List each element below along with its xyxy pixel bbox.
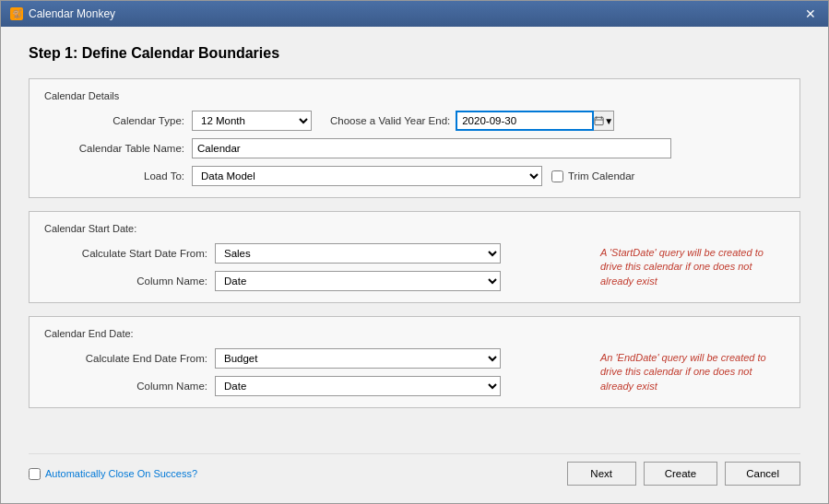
calc-start-label: Calculate Start Date From: [44,248,215,259]
load-to-row: Load To: Data Model Worksheet Trim Calen… [44,166,785,186]
auto-close-link[interactable]: Automatically Close On Success? [45,468,197,479]
close-button[interactable]: ✕ [802,6,819,22]
calc-end-label: Calculate End Date From: [44,353,215,364]
page-title: Step 1: Define Calendar Boundaries [29,45,800,62]
next-button[interactable]: Next [567,462,636,486]
window-title: Calendar Monkey [29,7,115,20]
calc-start-row: Calculate Start Date From: Sales Budget … [44,243,587,264]
trim-calendar-checkbox[interactable] [551,170,563,182]
table-name-row: Calendar Table Name: [44,138,785,158]
calendar-start-date-section: Calendar Start Date: Calculate Start Dat… [29,211,800,303]
start-col-name-select[interactable]: Date Month Year [215,271,501,291]
calendar-icon [594,115,604,126]
calendar-picker-button[interactable]: ▼ [594,111,614,131]
calendar-type-select[interactable]: 12 Month 4-4-5 4-5-4 5-4-4 [192,111,312,131]
end-hint-text: An 'EndDate' query will be created to dr… [600,351,785,393]
start-date-content: Calculate Start Date From: Sales Budget … [44,243,785,291]
end-col-name-label: Column Name: [44,381,215,392]
calc-start-select[interactable]: Sales Budget Actuals [215,243,501,264]
app-icon: 🐒 [10,7,23,20]
calendar-type-row: Calendar Type: 12 Month 4-4-5 4-5-4 5-4-… [44,111,785,131]
calendar-details-section: Calendar Details Calendar Type: 12 Month… [29,78,800,198]
trim-calendar-label: Trim Calendar [568,170,634,182]
footer-left: Automatically Close On Success? [29,468,197,480]
end-hint-col: An 'EndDate' query will be created to dr… [587,348,785,396]
cancel-button[interactable]: Cancel [725,462,800,486]
calendar-end-date-section: Calendar End Date: Calculate End Date Fr… [29,316,800,408]
create-button[interactable]: Create [644,462,718,486]
end-col-name-row: Column Name: Date Month Year [44,376,587,396]
load-to-select[interactable]: Data Model Worksheet [192,166,542,186]
end-date-fields: Calculate End Date From: Budget Sales Ac… [44,348,587,396]
table-name-input[interactable] [192,138,671,158]
main-window: 🐒 Calendar Monkey ✕ Step 1: Define Calen… [0,0,829,504]
main-content: Step 1: Define Calendar Boundaries Calen… [1,27,828,503]
year-end-input[interactable] [456,111,594,131]
year-end-group: Choose a Valid Year End: ▼ [330,111,614,131]
footer: Automatically Close On Success? Next Cre… [29,453,800,489]
load-to-label: Load To: [44,170,192,182]
end-date-content: Calculate End Date From: Budget Sales Ac… [44,348,785,396]
title-bar-left: 🐒 Calendar Monkey [10,7,115,20]
calendar-details-label: Calendar Details [44,90,785,101]
table-name-label: Calendar Table Name: [44,143,192,154]
calendar-start-date-label: Calendar Start Date: [44,223,785,234]
footer-right: Next Create Cancel [567,462,800,486]
auto-close-checkbox[interactable] [29,468,41,480]
year-end-label: Choose a Valid Year End: [330,115,450,126]
start-col-name-row: Column Name: Date Month Year [44,271,587,291]
trim-calendar-group: Trim Calendar [551,170,634,182]
calendar-type-label: Calendar Type: [44,115,192,126]
calc-end-select[interactable]: Budget Sales Actuals [215,348,501,369]
start-col-name-label: Column Name: [44,275,215,287]
start-date-fields: Calculate Start Date From: Sales Budget … [44,243,587,291]
calendar-end-date-label: Calendar End Date: [44,328,785,339]
start-hint-text: A 'StartDate' query will be created to d… [600,246,785,288]
end-col-name-select[interactable]: Date Month Year [215,376,501,396]
title-bar: 🐒 Calendar Monkey ✕ [1,1,828,27]
start-hint-col: A 'StartDate' query will be created to d… [587,243,785,291]
calc-end-row: Calculate End Date From: Budget Sales Ac… [44,348,587,369]
